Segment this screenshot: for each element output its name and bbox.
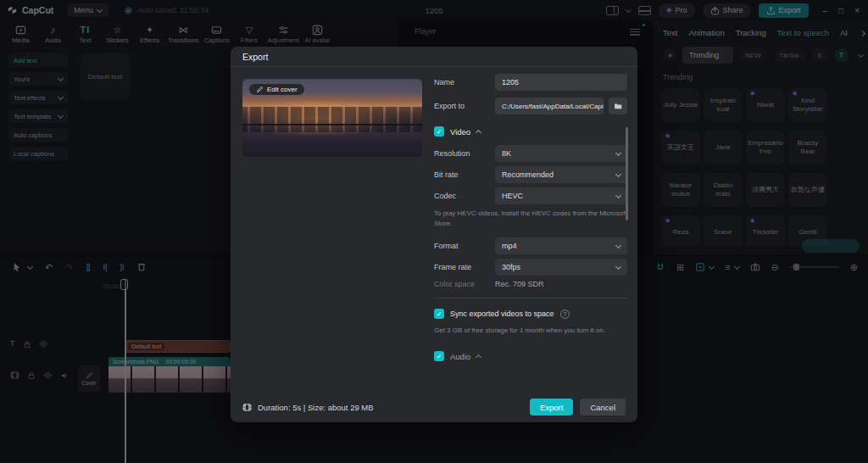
pencil-icon [256, 86, 264, 93]
bit-rate-select[interactable]: Recommended [495, 166, 627, 183]
export-confirm-button[interactable]: Export [530, 399, 573, 416]
video-section-label: Video [450, 127, 470, 137]
color-space-value: Rec. 709 SDR [495, 280, 544, 288]
audio-checkbox[interactable]: ✓ [434, 351, 444, 361]
export-form: Name 1205 Export to C:/Users/fast/AppDat… [434, 74, 627, 361]
video-checkbox[interactable]: ✓ [434, 126, 444, 137]
edit-cover-label: Edit cover [267, 86, 298, 93]
name-label: Name [434, 78, 495, 86]
video-section-header[interactable]: ✓ Video [434, 126, 627, 137]
sync-label: Sync exported videos to space [450, 310, 554, 318]
chevron-down-icon [615, 192, 621, 198]
sync-checkbox[interactable]: ✓ [434, 309, 444, 319]
chevron-down-icon [615, 263, 621, 269]
frame-rate-label: Frame rate [434, 263, 495, 271]
resolution-select[interactable]: 8K [495, 145, 627, 162]
cover-thumbnail: Edit cover [242, 79, 422, 157]
folder-icon [614, 102, 622, 110]
codec-select[interactable]: HEVC [495, 187, 627, 204]
frame-rate-select[interactable]: 30fps [495, 259, 627, 276]
format-select[interactable]: mp4 [495, 237, 627, 254]
film-icon [242, 403, 252, 412]
resolution-label: Resolution [434, 149, 495, 158]
color-space-label: Color space [434, 280, 495, 288]
sync-row[interactable]: ✓ Sync exported videos to space ? [434, 309, 627, 319]
sync-note: Get 3 GB of free storage for 1 month whe… [434, 326, 627, 336]
export-path-input[interactable]: C:/Users/fast/AppData/Local/CapCut/Vid..… [495, 98, 604, 114]
dialog-footer: Duration: 5s | Size: about 29 MB Export … [231, 392, 637, 422]
chevron-down-icon [615, 149, 621, 155]
audio-section-label: Audio [450, 352, 470, 361]
cancel-button[interactable]: Cancel [580, 399, 626, 416]
bit-rate-label: Bit rate [434, 170, 495, 179]
chevron-down-icon [615, 242, 621, 248]
export-to-label: Export to [434, 102, 495, 110]
format-label: Format [434, 242, 495, 250]
audio-section-header[interactable]: ✓ Audio [434, 351, 627, 361]
export-dialog: Export Edit cover Name 1205 Export to C:… [231, 47, 637, 422]
browse-folder-button[interactable] [609, 98, 627, 114]
chevron-up-icon[interactable] [476, 129, 481, 135]
name-input[interactable]: 1205 [495, 74, 627, 91]
help-icon[interactable]: ? [560, 310, 570, 319]
capcut-window: CapCut Menu Auto saved: 11:55:34 1205 ◆ … [0, 0, 868, 463]
edit-cover-button[interactable]: Edit cover [249, 84, 304, 95]
export-summary: Duration: 5s | Size: about 29 MB [258, 403, 374, 412]
chevron-down-icon [615, 170, 621, 176]
codec-label: Codec [434, 192, 495, 200]
chevron-up-icon[interactable] [476, 354, 481, 360]
dialog-title: Export [231, 47, 637, 67]
hevc-note: To play HEVC videos, install the HEVC co… [434, 209, 627, 229]
divider [434, 298, 627, 298]
dialog-scrollbar[interactable] [626, 127, 628, 220]
